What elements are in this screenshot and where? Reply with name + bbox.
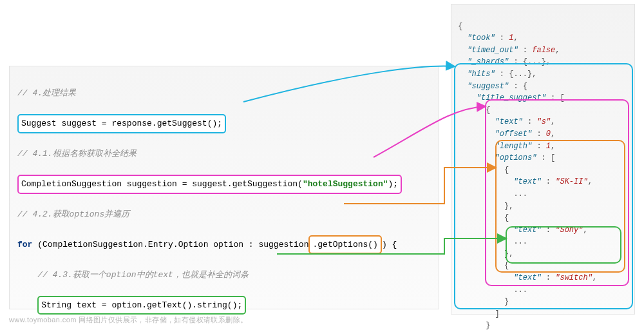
comment-1: // 4.处理结果 (17, 88, 76, 98)
comment-3: // 4.2.获取options并遍历 (17, 209, 129, 219)
highlight-get-text: String text = option.getText().string(); (37, 296, 246, 315)
highlight-suggest-line: Suggest suggest = response.getSuggest(); (17, 114, 226, 133)
comment-4: // 4.3.获取一个option中的text，也就是补全的词条 (37, 270, 249, 280)
highlight-suggestion-line: CompletionSuggestion suggestion = sugges… (17, 175, 402, 193)
highlight-get-options: .getOptions() (308, 235, 381, 254)
right-json-panel: { "took" : 1, "timed_out" : false, "_sha… (451, 4, 635, 315)
footer-note: www.toymoban.com 网络图片仅供展示，非存储，如有侵权请联系删除。 (9, 315, 247, 325)
for-line: for (CompletionSuggestion.Entry.Option o… (17, 240, 397, 249)
left-code-panel: // 4.处理结果 Suggest suggest = response.get… (9, 66, 439, 309)
comment-2: // 4.1.根据名称获取补全结果 (17, 149, 137, 159)
